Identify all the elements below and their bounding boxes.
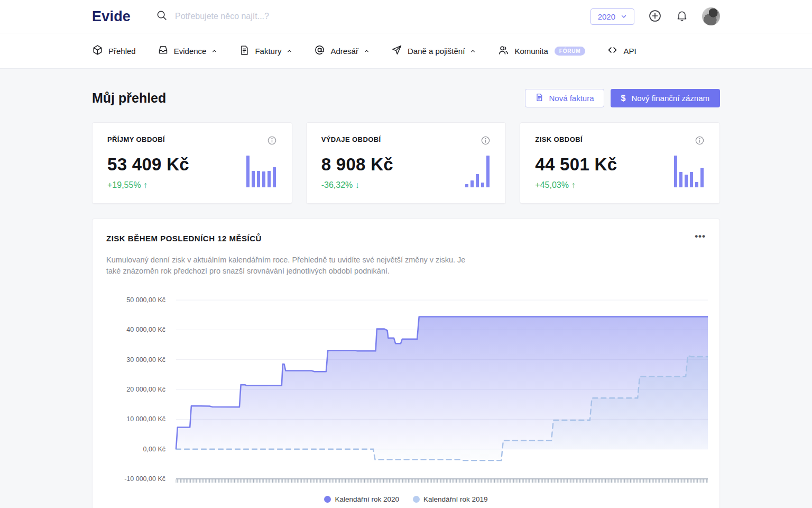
dashboard-main: Můj přehled Nová faktura $ Nový finanční… — [92, 89, 720, 508]
people-icon — [497, 44, 509, 58]
chart-description: Kumulovaný denní zisk v aktuálním kalend… — [106, 255, 466, 276]
stat-card-zisk: ZISK OBDOBÍ 44 501 Kč +45,03% ↑ — [520, 122, 720, 204]
send-icon — [391, 44, 402, 57]
mini-bar-chart — [246, 156, 276, 187]
app-logo[interactable]: Evide — [92, 8, 131, 25]
stat-cards: PŘÍJMY OBDOBÍ 53 409 Kč +19,55% ↑ VÝDAJE… — [92, 122, 720, 204]
info-icon[interactable] — [695, 135, 705, 148]
nav-label: Přehled — [108, 47, 136, 56]
nav-item-dane[interactable]: Daně a pojištění — [391, 44, 476, 57]
nav-label: Komunita — [514, 47, 548, 56]
chevron-up-icon — [211, 47, 217, 56]
bell-icon — [676, 10, 688, 24]
forum-badge: FÓRUM — [555, 47, 586, 56]
legend-dot-2020 — [324, 496, 331, 503]
nav-label: Adresář — [330, 47, 358, 56]
stat-label: PŘÍJMY OBDOBÍ — [107, 135, 165, 143]
nav-item-api[interactable]: API — [607, 44, 636, 57]
svg-text:-10 000,00 Kč: -10 000,00 Kč — [124, 475, 165, 483]
chart-legend: Kalendářní rok 2020 Kalendářní rok 2019 — [106, 495, 706, 506]
trend-down-icon: ↓ — [355, 180, 359, 189]
stat-label: VÝDAJE OBDOBÍ — [321, 135, 381, 143]
nav-item-evidence[interactable]: Evidence — [158, 44, 218, 57]
stat-card-prijmy: PŘÍJMY OBDOBÍ 53 409 Kč +19,55% ↑ — [92, 122, 292, 204]
chevron-up-icon — [470, 47, 476, 56]
invoice-doc-icon — [535, 93, 543, 103]
legend-dot-2019 — [413, 496, 420, 503]
chevron-up-icon — [287, 47, 292, 56]
stat-label: ZISK OBDOBÍ — [535, 135, 583, 143]
notifications-button[interactable] — [676, 10, 688, 24]
year-select[interactable]: 2020 — [590, 8, 634, 25]
page-title: Můj přehled — [92, 90, 166, 106]
legend-item-2020: Kalendářní rok 2020 — [324, 495, 399, 503]
trend-up-icon: ↑ — [143, 180, 147, 189]
nav-item-adresar[interactable]: Adresář — [314, 44, 370, 57]
plus-circle-icon — [648, 9, 662, 24]
new-record-label: Nový finanční záznam — [631, 94, 709, 103]
add-button[interactable] — [648, 9, 662, 24]
trend-up-icon: ↑ — [571, 180, 575, 189]
stat-card-vydaje: VÝDAJE OBDOBÍ 8 908 Kč -36,32% ↓ — [306, 122, 506, 204]
main-nav: Přehled Evidence Faktury — [0, 33, 812, 69]
chevron-up-icon — [364, 47, 370, 56]
svg-text:0,00 Kč: 0,00 Kč — [143, 446, 165, 453]
search-icon — [156, 10, 168, 23]
svg-text:50 000,00 Kč: 50 000,00 Kč — [126, 296, 165, 304]
at-icon — [314, 44, 325, 57]
mini-bar-chart — [465, 156, 490, 187]
svg-text:30 000,00 Kč: 30 000,00 Kč — [126, 356, 165, 364]
info-icon[interactable] — [481, 135, 491, 148]
profit-chart-card: ZISK BĚHEM POSLEDNÍCH 12 MĚSÍCŮ ••• Kumu… — [92, 219, 720, 508]
year-select-value: 2020 — [598, 12, 615, 21]
svg-text:20 000,00 Kč: 20 000,00 Kč — [126, 386, 165, 393]
top-header: Evide 2020 — [0, 0, 812, 33]
global-search[interactable] — [156, 10, 590, 23]
inbox-icon — [158, 44, 169, 57]
dots-menu-icon[interactable]: ••• — [695, 234, 706, 239]
dollar-icon: $ — [621, 94, 626, 103]
new-invoice-label: Nová faktura — [549, 94, 594, 103]
svg-text:10 000,00 Kč: 10 000,00 Kč — [126, 415, 165, 423]
nav-label: API — [623, 47, 636, 56]
package-icon — [92, 44, 103, 57]
svg-text:40 000,00 Kč: 40 000,00 Kč — [126, 326, 165, 333]
new-invoice-button[interactable]: Nová faktura — [525, 89, 604, 107]
code-icon — [607, 44, 618, 57]
nav-label: Daně a pojištění — [408, 47, 465, 56]
new-financial-record-button[interactable]: $ Nový finanční záznam — [611, 89, 720, 107]
nav-item-faktury[interactable]: Faktury — [239, 45, 292, 57]
search-input[interactable] — [175, 12, 397, 21]
nav-label: Faktury — [255, 47, 281, 56]
nav-item-prehled[interactable]: Přehled — [92, 44, 136, 57]
nav-item-komunita[interactable]: Komunita FÓRUM — [497, 44, 585, 58]
profit-area-chart: 50 000,00 Kč40 000,00 Kč30 000,00 Kč20 0… — [106, 291, 706, 490]
info-icon[interactable] — [267, 135, 277, 148]
user-avatar[interactable] — [702, 7, 720, 25]
chevron-down-icon — [621, 12, 627, 21]
legend-item-2019: Kalendářní rok 2019 — [413, 495, 488, 503]
chart-title: ZISK BĚHEM POSLEDNÍCH 12 MĚSÍCŮ — [106, 234, 262, 243]
mini-bar-chart — [674, 156, 704, 187]
nav-label: Evidence — [174, 47, 207, 56]
invoice-icon — [239, 45, 250, 57]
